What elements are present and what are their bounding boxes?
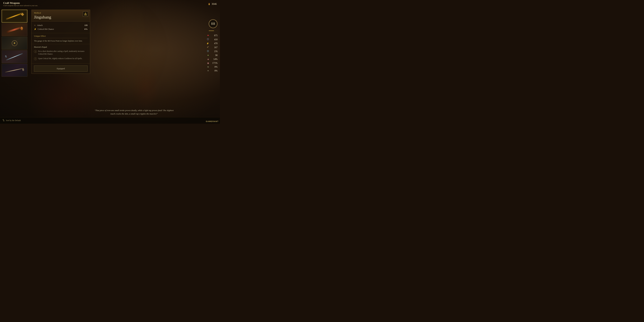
sort-icon — [2, 119, 5, 122]
unique-effect-title: Unique Effect — [34, 35, 88, 38]
sort-label: Sort by the Default — [6, 119, 21, 122]
svg-point-0 — [88, 0, 169, 113]
weapon-item-4[interactable] — [2, 50, 27, 63]
spear-5 — [5, 68, 24, 72]
bottom-bar: Sort by the Default — [0, 117, 220, 124]
stat-critdmg-row: ◉ 171% — [207, 62, 218, 64]
stat-9-row: ≋ 0% — [207, 66, 218, 68]
stat9-icon: ≋ — [207, 66, 209, 68]
weapon-emblem-icon — [13, 42, 16, 44]
triforce-icon — [84, 12, 87, 16]
dagger-handle-4 — [5, 55, 7, 58]
top-bar: Craft Weapons Craft weapons that are mor… — [0, 0, 220, 8]
level-value: 111 — [211, 22, 215, 26]
attack-icon: ⚔ — [34, 24, 36, 26]
currency-display: 3046 — [208, 2, 217, 6]
weapon-name: Jingubang — [34, 15, 88, 20]
atk-value: 470 — [210, 42, 218, 45]
physatk-icon — [207, 46, 209, 49]
right-stats-panel: 111 ❤ 875 410 ⚡ 470 167 376 ✦ 9 — [206, 19, 218, 72]
heavens-equal-title: Heaven's Equal — [34, 46, 88, 48]
shield1-value: 410 — [210, 38, 218, 41]
currency-value: 3046 — [212, 2, 217, 6]
crit-icon: ⚡ — [34, 28, 36, 30]
stat-attack-label: Attack — [37, 24, 43, 26]
level-circle: 111 — [209, 19, 218, 28]
sort-button[interactable]: Sort by the Default — [2, 119, 21, 122]
weapon-visual-2 — [4, 26, 25, 34]
effect-level-badge-1: 3 — [34, 50, 37, 53]
effect-level-badge-2: 5 — [34, 57, 37, 60]
weapon-visual-3 — [2, 37, 27, 50]
stat-attack-value: 135 — [84, 24, 88, 26]
critrate-value: 14% — [210, 58, 218, 60]
weapon-stats: ⚔ Attack 135 ⚡ Critical Hit Chance 6% — [32, 22, 90, 33]
critdmg-value: 171% — [210, 62, 218, 64]
critrate-icon: ◈ — [207, 58, 209, 60]
stat-crit-label: Critical Hit Chance — [38, 28, 54, 30]
effect-item-1: 3 For a short duration after casting a S… — [34, 50, 88, 56]
equipped-button[interactable]: Equipped — [34, 66, 88, 72]
armor-icon — [207, 50, 209, 52]
level-bar-fill — [209, 30, 214, 31]
weapon-list — [2, 10, 30, 77]
watermark: GAMERANT — [206, 120, 219, 122]
svg-line-4 — [207, 47, 208, 47]
bottom-quote: "That piece of iron-one small stroke pro… — [94, 109, 174, 116]
shield1-icon — [207, 38, 209, 41]
stat10-icon: ✦ — [207, 70, 209, 72]
res-value: 98 — [210, 54, 218, 57]
dagger-4 — [6, 53, 23, 60]
stat-atk-row: ⚡ 470 — [206, 42, 218, 45]
sword-icon — [207, 46, 209, 48]
page-title: Craft Weapons — [3, 2, 38, 4]
stat-res-row: ✦ 98 — [207, 54, 218, 57]
stat-row-attack: ⚔ Attack 135 — [34, 23, 88, 27]
unique-effect-text: The gauge of the 4th Focus Point no long… — [34, 40, 88, 42]
page-title-area: Craft Weapons Craft weapons that are mor… — [3, 2, 38, 6]
def-icon — [207, 50, 209, 53]
stat-row-left: ⚔ Attack — [34, 24, 43, 26]
stat-row-crit: ⚡ Critical Hit Chance 6% — [34, 27, 88, 31]
unique-effect-section: Unique Effect The gauge of the 4th Focus… — [32, 33, 90, 44]
stat-shield-row: 410 — [207, 38, 218, 41]
hp-value: 875 — [210, 34, 218, 37]
stat-critrate-row: ◈ 14% — [207, 58, 218, 60]
stat-10-row: ✦ 0% — [207, 70, 218, 72]
effect-text-1: For a short duration after casting a Spe… — [38, 50, 88, 56]
stat-hp-row: ❤ 875 — [207, 34, 218, 37]
weapon-visual-1 — [4, 12, 25, 20]
shield-icon — [207, 38, 209, 40]
weapon-visual-4 — [4, 53, 25, 61]
weapon-panel: Mythical Jingubang ⚔ Attack 135 ⚡ Critic… — [32, 10, 90, 74]
def-value: 376 — [210, 50, 218, 53]
weapon-item-3[interactable] — [2, 37, 27, 50]
staff-body-1 — [6, 12, 23, 20]
lightning-icon: ⚡ — [206, 42, 209, 45]
quote-text: "That piece of iron-one small stroke pro… — [95, 109, 174, 115]
page-subtitle: Craft weapons that are more tailored to … — [3, 4, 38, 6]
hp-icon: ❤ — [207, 34, 209, 37]
stat10-value: 0% — [210, 70, 218, 72]
sort-arrows-icon — [2, 119, 5, 122]
stat-physatk-row: 167 — [207, 46, 218, 49]
stat9-value: 0% — [210, 66, 218, 68]
weapon-rarity: Mythical — [34, 12, 88, 14]
weapon-symbol-3 — [12, 40, 18, 46]
stat-crit-value: 6% — [84, 28, 88, 30]
level-display: 111 — [209, 19, 218, 31]
weapon-item-1[interactable] — [2, 10, 27, 22]
effect-text-2: Upon Critical Hit, slightly reduces Cool… — [38, 57, 82, 60]
weapon-visual-5 — [4, 66, 25, 74]
weapon-item-5[interactable] — [2, 64, 27, 77]
flame-icon — [208, 2, 210, 6]
heavens-equal-section: Heaven's Equal 3 For a short duration af… — [32, 44, 90, 64]
weapon-badge — [83, 12, 88, 16]
weapon-panel-header: Mythical Jingubang — [32, 10, 90, 22]
res-icon: ✦ — [207, 54, 209, 57]
level-bar-container — [209, 30, 218, 31]
weapon-item-2[interactable] — [2, 23, 27, 36]
physatk-value: 167 — [210, 46, 218, 49]
stat-crit-left: ⚡ Critical Hit Chance — [34, 28, 54, 30]
stat-def-row: 376 — [207, 50, 218, 53]
